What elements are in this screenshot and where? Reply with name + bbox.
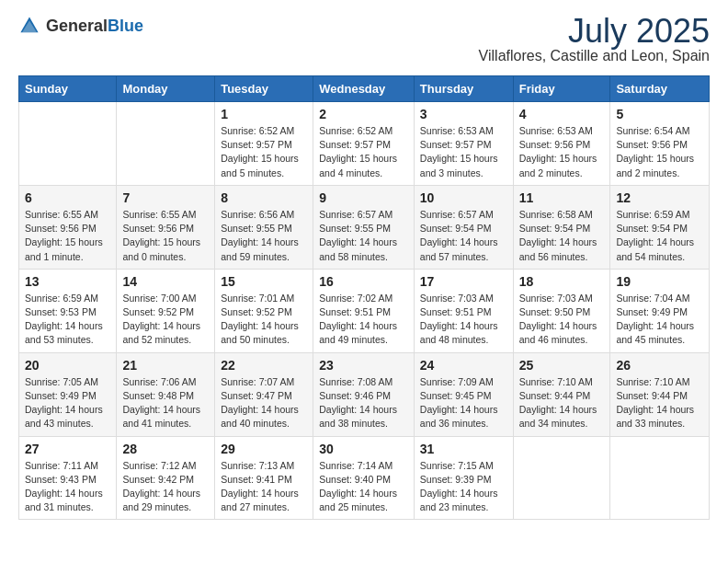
cell-info: Sunrise: 7:04 AM Sunset: 9:49 PM Dayligh… [616,292,703,348]
cell-info: Sunrise: 7:14 AM Sunset: 9:40 PM Dayligh… [319,459,408,515]
calendar-cell: 22Sunrise: 7:07 AM Sunset: 9:47 PM Dayli… [215,352,313,436]
calendar-cell: 9Sunrise: 6:57 AM Sunset: 9:55 PM Daylig… [313,185,415,269]
cell-info: Sunrise: 6:57 AM Sunset: 9:54 PM Dayligh… [420,208,507,264]
week-row-5: 27Sunrise: 7:11 AM Sunset: 9:43 PM Dayli… [19,436,710,520]
cell-info: Sunrise: 6:56 AM Sunset: 9:55 PM Dayligh… [221,208,307,264]
day-header-thursday: Thursday [414,76,513,102]
cell-info: Sunrise: 7:05 AM Sunset: 9:49 PM Dayligh… [25,375,110,431]
calendar-cell: 8Sunrise: 6:56 AM Sunset: 9:55 PM Daylig… [215,185,313,269]
calendar-cell: 1Sunrise: 6:52 AM Sunset: 9:57 PM Daylig… [215,102,313,186]
day-header-friday: Friday [513,76,610,102]
calendar-cell: 4Sunrise: 6:53 AM Sunset: 9:56 PM Daylig… [513,102,610,186]
cell-info: Sunrise: 7:01 AM Sunset: 9:52 PM Dayligh… [221,292,307,348]
calendar-header: SundayMondayTuesdayWednesdayThursdayFrid… [19,76,710,102]
calendar-cell: 17Sunrise: 7:03 AM Sunset: 9:51 PM Dayli… [414,269,513,352]
day-header-wednesday: Wednesday [313,76,415,102]
cell-day-number: 14 [122,274,209,289]
cell-day-number: 8 [221,190,307,205]
day-header-saturday: Saturday [610,76,710,102]
cell-info: Sunrise: 7:15 AM Sunset: 9:39 PM Dayligh… [420,459,507,515]
cell-day-number: 16 [319,274,408,289]
cell-day-number: 20 [25,358,110,373]
cell-day-number: 30 [319,442,408,456]
calendar-cell: 28Sunrise: 7:12 AM Sunset: 9:42 PM Dayli… [117,436,215,520]
calendar-cell: 11Sunrise: 6:58 AM Sunset: 9:54 PM Dayli… [513,185,610,269]
calendar-cell: 16Sunrise: 7:02 AM Sunset: 9:51 PM Dayli… [313,269,415,352]
cell-day-number: 28 [122,442,209,456]
calendar-table: SundayMondayTuesdayWednesdayThursdayFrid… [18,75,710,520]
cell-info: Sunrise: 7:07 AM Sunset: 9:47 PM Dayligh… [221,375,307,431]
location-title: Villaflores, Castille and Leon, Spain [479,48,710,64]
cell-info: Sunrise: 6:53 AM Sunset: 9:56 PM Dayligh… [519,124,605,180]
cell-info: Sunrise: 6:52 AM Sunset: 9:57 PM Dayligh… [221,124,307,180]
calendar-cell: 30Sunrise: 7:14 AM Sunset: 9:40 PM Dayli… [313,436,415,520]
calendar-cell [610,436,710,520]
calendar-cell: 18Sunrise: 7:03 AM Sunset: 9:50 PM Dayli… [513,269,610,352]
cell-info: Sunrise: 6:57 AM Sunset: 9:55 PM Dayligh… [319,208,408,264]
cell-day-number: 7 [122,190,209,205]
cell-day-number: 1 [221,107,307,121]
calendar-cell: 24Sunrise: 7:09 AM Sunset: 9:45 PM Dayli… [414,352,513,436]
day-header-sunday: Sunday [19,76,117,102]
cell-info: Sunrise: 7:11 AM Sunset: 9:43 PM Dayligh… [25,459,110,515]
cell-day-number: 18 [519,274,605,289]
cell-info: Sunrise: 7:10 AM Sunset: 9:44 PM Dayligh… [616,375,703,431]
calendar-cell [513,436,610,520]
cell-info: Sunrise: 7:12 AM Sunset: 9:42 PM Dayligh… [122,459,209,515]
cell-info: Sunrise: 6:59 AM Sunset: 9:53 PM Dayligh… [25,292,110,348]
cell-info: Sunrise: 6:54 AM Sunset: 9:56 PM Dayligh… [616,124,703,180]
cell-day-number: 26 [616,358,703,373]
logo: GeneralBlue [18,15,143,37]
cell-info: Sunrise: 7:10 AM Sunset: 9:44 PM Dayligh… [519,375,605,431]
cell-info: Sunrise: 6:55 AM Sunset: 9:56 PM Dayligh… [122,208,209,264]
calendar-cell: 26Sunrise: 7:10 AM Sunset: 9:44 PM Dayli… [610,352,710,436]
calendar-cell: 14Sunrise: 7:00 AM Sunset: 9:52 PM Dayli… [117,269,215,352]
calendar-cell [117,102,215,186]
cell-day-number: 13 [25,274,110,289]
cell-info: Sunrise: 7:13 AM Sunset: 9:41 PM Dayligh… [221,459,307,515]
cell-day-number: 2 [319,107,408,121]
month-title: July 2025 [479,15,710,48]
cell-day-number: 27 [25,442,110,456]
calendar-cell: 19Sunrise: 7:04 AM Sunset: 9:49 PM Dayli… [610,269,710,352]
week-row-2: 6Sunrise: 6:55 AM Sunset: 9:56 PM Daylig… [19,185,710,269]
cell-info: Sunrise: 6:59 AM Sunset: 9:54 PM Dayligh… [616,208,703,264]
page: GeneralBlue July 2025 Villaflores, Casti… [0,0,728,534]
calendar-cell: 21Sunrise: 7:06 AM Sunset: 9:48 PM Dayli… [117,352,215,436]
calendar-cell: 10Sunrise: 6:57 AM Sunset: 9:54 PM Dayli… [414,185,513,269]
cell-day-number: 17 [420,274,507,289]
cell-day-number: 12 [616,190,703,205]
cell-day-number: 3 [420,107,507,121]
header-right: July 2025 Villaflores, Castille and Leon… [479,15,710,64]
cell-info: Sunrise: 7:02 AM Sunset: 9:51 PM Dayligh… [319,292,408,348]
cell-info: Sunrise: 6:58 AM Sunset: 9:54 PM Dayligh… [519,208,605,264]
cell-info: Sunrise: 6:52 AM Sunset: 9:57 PM Dayligh… [319,124,408,180]
calendar-cell: 7Sunrise: 6:55 AM Sunset: 9:56 PM Daylig… [117,185,215,269]
cell-day-number: 23 [319,358,408,373]
cell-day-number: 4 [519,107,605,121]
day-header-monday: Monday [117,76,215,102]
logo-blue: Blue [108,17,143,35]
cell-day-number: 25 [519,358,605,373]
calendar-cell: 13Sunrise: 6:59 AM Sunset: 9:53 PM Dayli… [19,269,117,352]
cell-day-number: 5 [616,107,703,121]
cell-info: Sunrise: 6:55 AM Sunset: 9:56 PM Dayligh… [25,208,110,264]
week-row-4: 20Sunrise: 7:05 AM Sunset: 9:49 PM Dayli… [19,352,710,436]
calendar-cell: 25Sunrise: 7:10 AM Sunset: 9:44 PM Dayli… [513,352,610,436]
cell-info: Sunrise: 7:09 AM Sunset: 9:45 PM Dayligh… [420,375,507,431]
calendar-body: 1Sunrise: 6:52 AM Sunset: 9:57 PM Daylig… [19,102,710,520]
calendar-cell: 29Sunrise: 7:13 AM Sunset: 9:41 PM Dayli… [215,436,313,520]
cell-day-number: 10 [420,190,507,205]
cell-day-number: 15 [221,274,307,289]
week-row-1: 1Sunrise: 6:52 AM Sunset: 9:57 PM Daylig… [19,102,710,186]
calendar-cell: 5Sunrise: 6:54 AM Sunset: 9:56 PM Daylig… [610,102,710,186]
cell-info: Sunrise: 7:03 AM Sunset: 9:50 PM Dayligh… [519,292,605,348]
calendar-cell: 12Sunrise: 6:59 AM Sunset: 9:54 PM Dayli… [610,185,710,269]
calendar-cell: 27Sunrise: 7:11 AM Sunset: 9:43 PM Dayli… [19,436,117,520]
calendar-cell: 23Sunrise: 7:08 AM Sunset: 9:46 PM Dayli… [313,352,415,436]
cell-day-number: 6 [25,190,110,205]
logo-icon [18,15,40,37]
calendar-cell: 15Sunrise: 7:01 AM Sunset: 9:52 PM Dayli… [215,269,313,352]
cell-info: Sunrise: 7:03 AM Sunset: 9:51 PM Dayligh… [420,292,507,348]
header: GeneralBlue July 2025 Villaflores, Casti… [18,15,710,64]
